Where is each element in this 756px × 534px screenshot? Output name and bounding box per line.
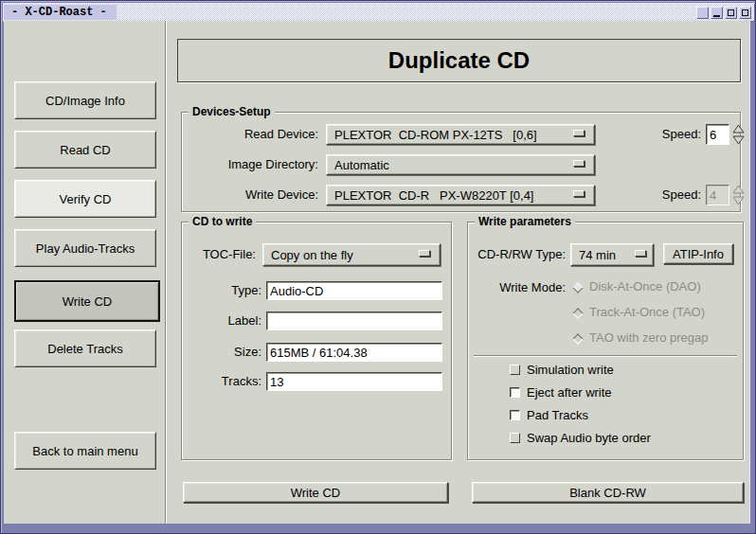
sidebar-item-write-cd[interactable]: Write CD — [14, 280, 160, 322]
radio-icon — [572, 308, 583, 318]
read-speed-label: Speed: — [618, 124, 701, 145]
simulation-write-option[interactable]: Simulation write — [510, 363, 614, 377]
swap-audio-byte-order-checkbox[interactable] — [510, 433, 520, 443]
eject-after-write-option[interactable]: Eject after write — [510, 385, 612, 400]
devices-setup-group: Devices-Setup Read Device: PLEXTOR CD-RO… — [181, 112, 741, 212]
type-input[interactable] — [266, 281, 442, 300]
dropdown-indicator-icon — [573, 130, 585, 136]
button-label: Verify CD — [60, 192, 112, 206]
titlebar[interactable]: - X-CD-Roast - — [3, 3, 755, 22]
toc-file-dropdown[interactable]: Copy on the fly — [262, 243, 441, 266]
sticky-icon — [742, 9, 748, 16]
cd-to-write-group: CD to write TOC-File: Copy on the fly Ty… — [181, 222, 452, 460]
button-label: ATIP-Info — [673, 247, 724, 261]
sidebar-item-verify-cd[interactable]: Verify CD — [14, 180, 156, 218]
toc-file-value: Copy on the fly — [263, 248, 353, 262]
write-mode-label: Write Mode: — [472, 281, 566, 294]
pad-tracks-option[interactable]: Pad Tracks — [510, 408, 588, 422]
button-label: Blank CD-RW — [569, 486, 646, 500]
write-parameters-group: Write parameters CD-R/RW Type: 74 min AT… — [467, 222, 744, 460]
checkbox-label: Swap Audio byte order — [527, 431, 651, 445]
write-mode-option-dao[interactable]: Disk-At-Once (DAO) — [574, 279, 701, 294]
read-speed-input[interactable] — [706, 124, 729, 145]
read-speed-spinner[interactable] — [732, 124, 745, 145]
window-frame: - X-CD-Roast - CD/Image Info Read CD Ver… — [0, 0, 756, 534]
minimize-icon — [713, 15, 720, 17]
cdrw-type-value: 74 min — [571, 248, 616, 262]
checkbox-label: Pad Tracks — [527, 408, 588, 422]
window-menu-button[interactable] — [696, 7, 709, 19]
write-device-dropdown[interactable]: PLEXTOR CD-R PX-W8220T [0,4] — [326, 185, 595, 205]
write-cd-button[interactable]: Write CD — [183, 482, 448, 503]
checkbox-label: Simulation write — [527, 363, 614, 377]
write-device-label: Write Device: — [189, 185, 318, 205]
radio-label: TAO with zero pregap — [589, 330, 708, 345]
sidebar-item-delete-tracks[interactable]: Delete Tracks — [14, 329, 156, 367]
tracks-input[interactable] — [266, 372, 442, 391]
button-label: Back to main menu — [32, 444, 137, 458]
tracks-label: Tracks: — [188, 372, 261, 391]
sidebar-item-read-cd[interactable]: Read CD — [14, 131, 156, 169]
radio-label: Disk-At-Once (DAO) — [589, 279, 701, 294]
button-label: Delete Tracks — [47, 342, 122, 356]
button-label: Write CD — [63, 294, 112, 309]
button-label: Play Audio-Tracks — [36, 241, 135, 256]
window-title: - X-CD-Roast - — [4, 5, 117, 20]
back-to-main-menu-button[interactable]: Back to main menu — [14, 432, 156, 470]
cdrw-type-dropdown[interactable]: 74 min — [570, 243, 654, 266]
label-label: Label: — [188, 312, 261, 330]
eject-after-write-checkbox[interactable] — [510, 387, 520, 398]
checkbox-label: Eject after write — [527, 385, 612, 400]
read-device-dropdown[interactable]: PLEXTOR CD-ROM PX-12TS [0,6] — [326, 124, 595, 145]
pad-tracks-checkbox[interactable] — [510, 410, 520, 420]
size-label: Size: — [188, 343, 261, 362]
sidebar-item-play-audio-tracks[interactable]: Play Audio-Tracks — [14, 229, 156, 267]
page-title: Duplicate CD — [177, 39, 741, 82]
atip-info-button[interactable]: ATIP-Info — [663, 243, 733, 264]
image-directory-dropdown[interactable]: Automatic — [326, 154, 595, 175]
group-legend: Write parameters — [475, 215, 575, 228]
dropdown-indicator-icon — [635, 250, 646, 257]
image-directory-value: Automatic — [327, 158, 389, 172]
titlebar-buttons — [696, 7, 751, 19]
sticky-button[interactable] — [739, 7, 751, 19]
group-legend: Devices-Setup — [189, 105, 275, 118]
maximize-icon — [728, 9, 734, 16]
type-label: Type: — [188, 281, 261, 300]
toc-file-label: TOC-File: — [188, 243, 256, 266]
button-label: CD/Image Info — [45, 94, 125, 108]
read-device-value: PLEXTOR CD-ROM PX-12TS [0,6] — [327, 128, 537, 142]
simulation-write-checkbox[interactable] — [510, 365, 520, 375]
radio-icon — [572, 282, 583, 293]
swap-audio-byte-order-option[interactable]: Swap Audio byte order — [510, 431, 651, 445]
radio-icon — [572, 333, 583, 344]
cdrw-type-label: CD-R/RW Type: — [472, 243, 566, 266]
size-input[interactable] — [266, 343, 442, 362]
radio-label: Track-At-Once (TAO) — [589, 305, 705, 319]
minimize-button[interactable] — [711, 7, 723, 19]
button-label: Write CD — [291, 486, 340, 500]
maximize-button[interactable] — [725, 7, 737, 19]
blank-cdrw-button[interactable]: Blank CD-RW — [472, 482, 744, 503]
write-mode-option-tao[interactable]: Track-At-Once (TAO) — [574, 305, 705, 319]
sidebar-separator — [165, 21, 167, 524]
write-device-value: PLEXTOR CD-R PX-W8220T [0,4] — [327, 188, 533, 203]
write-speed-spinner[interactable] — [732, 185, 745, 205]
sidebar-item-cd-image-info[interactable]: CD/Image Info — [14, 81, 156, 119]
write-speed-label: Speed: — [618, 185, 701, 205]
dropdown-indicator-icon — [573, 160, 585, 167]
label-input[interactable] — [266, 312, 442, 330]
read-device-label: Read Device: — [189, 124, 318, 145]
window-content: CD/Image Info Read CD Verify CD Play Aud… — [4, 21, 750, 524]
group-legend: CD to write — [189, 215, 256, 228]
dropdown-indicator-icon — [573, 190, 585, 197]
image-directory-label: Image Directory: — [189, 154, 318, 175]
dropdown-indicator-icon — [419, 250, 430, 257]
write-speed-input[interactable] — [706, 185, 729, 205]
separator — [474, 355, 737, 357]
write-mode-option-tao-zero-pregap[interactable]: TAO with zero pregap — [574, 330, 708, 345]
button-label: Read CD — [60, 143, 110, 157]
